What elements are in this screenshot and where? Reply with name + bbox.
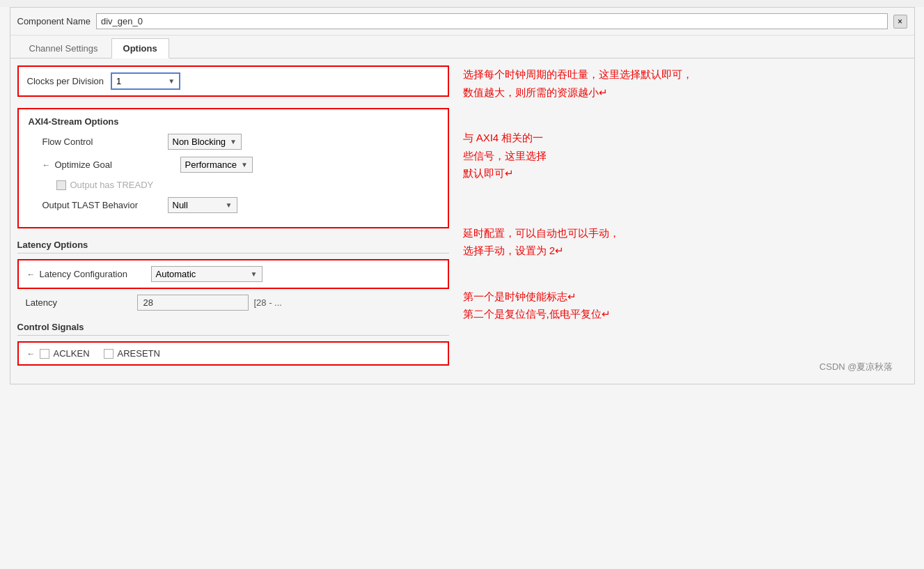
optimize-goal-label: Optimize Goal [55, 159, 180, 170]
latency-section: Latency Options ← Latency Configuration … [17, 240, 449, 311]
left-panel: Clocks per Division 1 ▼ AXI4-Stream Opti… [17, 65, 449, 377]
output-tready-row: Output has TREADY [29, 180, 438, 190]
tab-options[interactable]: Options [111, 38, 169, 59]
latency-range-hint: [28 - ... [254, 297, 282, 308]
optimize-goal-value: Performance [185, 159, 237, 170]
aclken-item: ACLKEN [40, 348, 90, 359]
annotation-axi: 与 AXI4 相关的一些信号，这里选择默认即可↵ [463, 129, 900, 182]
title-bar: Component Name × [10, 8, 914, 36]
flow-control-select[interactable]: Non Blocking ▼ [168, 134, 242, 150]
annotation-control: 第一个是时钟使能标志↵第二个是复位信号,低电平复位↵ [463, 288, 900, 323]
clocks-label: Clocks per Division [27, 76, 104, 86]
latency-config-select[interactable]: Automatic ▼ [151, 266, 263, 282]
annotation-clocks: 选择每个时钟周期的吞吐量，这里选择默认即可，数值越大，则所需的资源越小↵ [463, 65, 900, 101]
latency-value-row: Latency 28 [28 - ... [17, 295, 449, 311]
close-button[interactable]: × [893, 15, 907, 29]
output-tlast-label: Output TLAST Behavior [42, 200, 168, 210]
annotation-latency: 延时配置，可以自动也可以手动，选择手动，设置为 2↵ [463, 224, 900, 260]
latency-config-row: ← Latency Configuration Automatic ▼ [17, 259, 449, 289]
annotation-clocks-text: 选择每个时钟周期的吞吐量，这里选择默认即可，数值越大，则所需的资源越小↵ [463, 65, 900, 101]
latency-title: Latency Options [17, 240, 449, 254]
latency-value-field: 28 [137, 295, 249, 311]
clocks-select[interactable]: 1 ▼ [111, 72, 180, 90]
clocks-value: 1 [116, 76, 121, 86]
aresetn-checkbox[interactable] [104, 349, 113, 359]
axi-section: AXI4-Stream Options Flow Control Non Blo… [17, 108, 449, 228]
aclken-label: ACLKEN [54, 348, 90, 359]
aresetn-label: ARESETN [118, 348, 160, 359]
component-name-label: Component Name [17, 16, 91, 26]
output-tready-label: Output has TREADY [70, 180, 154, 190]
optimize-goal-select[interactable]: Performance ▼ [180, 157, 253, 173]
control-title: Control Signals [17, 322, 449, 336]
control-arrow-icon: ← [27, 349, 36, 359]
close-icon: × [898, 17, 902, 26]
control-section: Control Signals ← ACLKEN ARESETN [17, 322, 449, 366]
tab-bar: Channel Settings Options [10, 36, 914, 59]
latency-label: Latency [26, 297, 137, 308]
output-tlast-row: Output TLAST Behavior Null ▼ [29, 197, 438, 213]
optimize-goal-row: ← Optimize Goal Performance ▼ [29, 157, 438, 173]
content-area: Clocks per Division 1 ▼ AXI4-Stream Opti… [10, 59, 914, 384]
watermark: CSDN @夏凉秋落 [820, 361, 893, 373]
output-tlast-value: Null [173, 200, 188, 210]
control-inner: ← ACLKEN ARESETN [17, 341, 449, 366]
output-tlast-select[interactable]: Null ▼ [168, 197, 237, 213]
flow-control-arrow: ▼ [230, 138, 237, 146]
output-tready-checkbox[interactable] [56, 180, 66, 190]
aclken-checkbox[interactable] [40, 349, 49, 359]
annotation-control-text: 第一个是时钟使能标志↵第二个是复位信号,低电平复位↵ [463, 288, 900, 323]
latency-config-arrow: ▼ [251, 270, 258, 278]
dialog: Component Name × Channel Settings Option… [10, 7, 915, 384]
aresetn-item: ARESETN [104, 348, 160, 359]
clocks-dropdown-arrow: ▼ [168, 77, 175, 85]
output-tlast-arrow: ▼ [226, 201, 233, 209]
right-panel: 选择每个时钟周期的吞吐量，这里选择默认即可，数值越大，则所需的资源越小↵ 与 A… [456, 65, 907, 377]
optimize-goal-arrow: ▼ [241, 161, 248, 169]
latency-config-value: Automatic [156, 269, 196, 279]
optimize-arrow-icon: ← [42, 160, 51, 170]
tab-channel-settings[interactable]: Channel Settings [17, 38, 110, 58]
latency-config-arrow-icon: ← [27, 270, 36, 279]
clocks-section: Clocks per Division 1 ▼ [17, 65, 449, 97]
annotation-axi-text: 与 AXI4 相关的一些信号，这里选择默认即可↵ [463, 129, 900, 182]
flow-control-label: Flow Control [42, 137, 168, 147]
axi-title: AXI4-Stream Options [29, 116, 438, 127]
flow-control-row: Flow Control Non Blocking ▼ [29, 134, 438, 150]
main-container: Component Name × Channel Settings Option… [0, 7, 924, 569]
component-name-input[interactable] [96, 13, 888, 29]
flow-control-value: Non Blocking [173, 137, 226, 147]
annotation-latency-text: 延时配置，可以自动也可以手动，选择手动，设置为 2↵ [463, 224, 900, 260]
latency-config-label: Latency Configuration [40, 269, 151, 279]
